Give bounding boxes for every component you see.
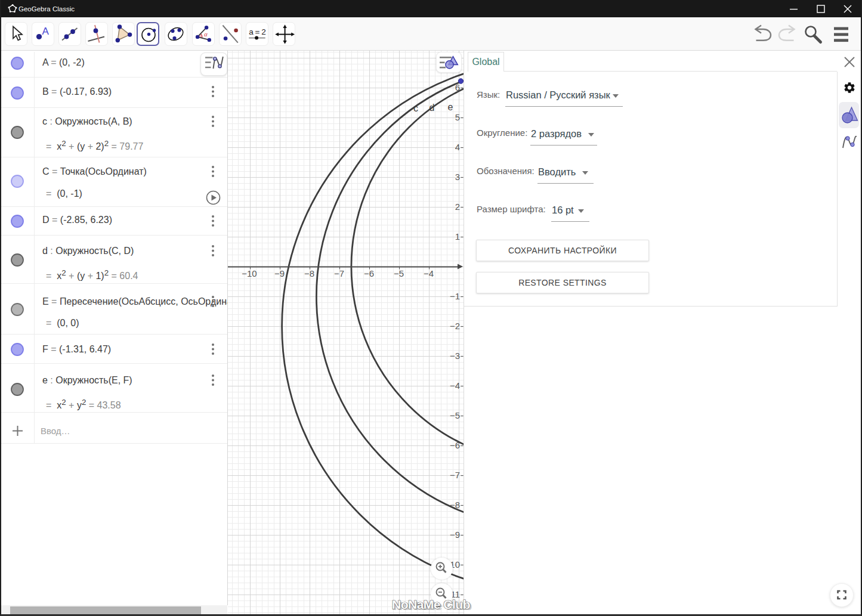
svg-text:−8: −8: [450, 500, 460, 510]
svg-text:−4: −4: [424, 268, 434, 278]
svg-text:1: 1: [455, 231, 460, 242]
svg-text:4: 4: [455, 142, 460, 152]
svg-text:3: 3: [455, 172, 460, 182]
svg-text:−7: −7: [450, 470, 460, 480]
svg-text:a = 2: a = 2: [249, 27, 265, 36]
svg-text:−6: −6: [450, 440, 460, 450]
svg-text:−7: −7: [334, 268, 344, 278]
svg-text:−5: −5: [394, 268, 404, 278]
svg-text:−1: −1: [450, 291, 460, 301]
svg-text:6: 6: [455, 82, 460, 92]
svg-text:−5: −5: [450, 410, 460, 420]
svg-text:2: 2: [455, 202, 460, 212]
svg-text:e: e: [448, 102, 453, 112]
svg-text:−6: −6: [364, 268, 374, 278]
svg-text:NoNaMe Club: NoNaMe Club: [392, 598, 470, 611]
svg-text:−10: −10: [242, 268, 257, 278]
svg-text:−8: −8: [304, 268, 314, 278]
svg-text:−9: −9: [450, 530, 460, 540]
svg-text:α: α: [204, 30, 208, 38]
svg-text:c: c: [413, 103, 418, 113]
svg-text:d: d: [430, 103, 435, 113]
svg-text:−2: −2: [450, 321, 460, 331]
svg-text:−9: −9: [274, 268, 285, 278]
svg-text:A: A: [42, 26, 49, 37]
svg-text:−3: −3: [450, 351, 460, 361]
svg-text:5: 5: [455, 112, 460, 122]
svg-text:−4: −4: [450, 380, 460, 391]
